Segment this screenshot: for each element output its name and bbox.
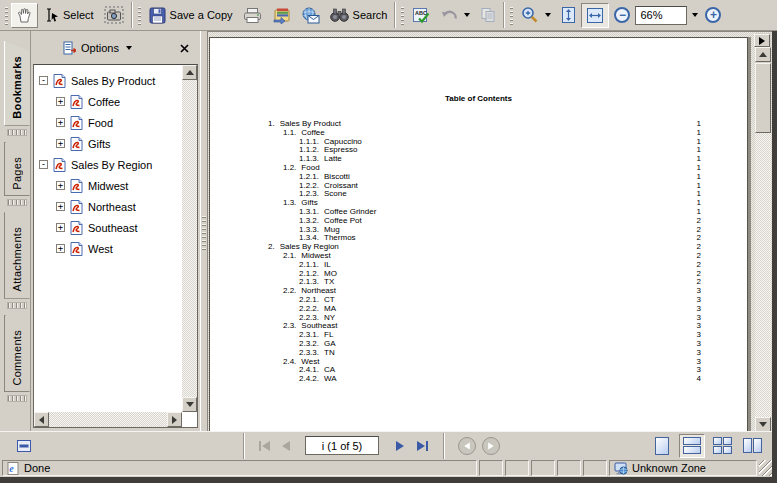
toolbar-grip[interactable]: [510, 5, 513, 25]
bookmark-item[interactable]: + West: [34, 238, 182, 259]
single-page-layout-button[interactable]: [649, 434, 675, 458]
fit-page-button[interactable]: [556, 3, 581, 28]
scroll-left-button[interactable]: [34, 412, 49, 427]
scroll-down-button[interactable]: [755, 417, 771, 432]
toc-entry[interactable]: 1.1.1.Capuccino 1: [210, 138, 747, 147]
zoom-tool-button[interactable]: [516, 3, 556, 28]
email-button[interactable]: [296, 3, 325, 28]
zoom-tool-dropdown-arrow[interactable]: [545, 13, 551, 17]
bookmark-item[interactable]: + Northeast: [34, 196, 182, 217]
toc-entry[interactable]: 2.2.2.MA 3: [210, 305, 747, 314]
spellcheck-button[interactable]: ABC: [407, 3, 435, 28]
options-button[interactable]: Options: [59, 39, 135, 57]
table-of-contents: 1.Sales By Product 1 1.1.Coffee 1 1.1.1.…: [210, 120, 747, 384]
toc-entry[interactable]: 2.4.1.CA 3: [210, 366, 747, 375]
pdf-page[interactable]: Table of Contents 1.Sales By Product 1 1…: [209, 37, 748, 432]
toc-entry[interactable]: 1.2.2.Croissant 1: [210, 182, 747, 191]
tree-vertical-scrollbar[interactable]: [182, 65, 197, 412]
expander-icon[interactable]: +: [56, 97, 65, 106]
tab-grip[interactable]: [7, 129, 27, 136]
bookmark-item[interactable]: - Sales By Region: [34, 154, 182, 175]
toc-entry[interactable]: 2.2.Northeast 3: [210, 287, 747, 296]
zoom-out-button[interactable]: −: [609, 3, 635, 28]
scrollbar-thumb[interactable]: [755, 63, 771, 133]
hand-tool-button[interactable]: [11, 3, 38, 28]
zoom-in-button[interactable]: +: [700, 3, 726, 28]
toc-entry[interactable]: 2.1.Midwest 2: [210, 252, 747, 261]
snapshot-tool-button[interactable]: [99, 3, 129, 28]
expander-icon[interactable]: +: [56, 202, 65, 211]
facing-layout-button[interactable]: [739, 434, 765, 458]
previous-page-button[interactable]: [275, 435, 297, 457]
close-panel-button[interactable]: [176, 40, 192, 56]
tab-grip[interactable]: [7, 199, 27, 206]
expander-icon[interactable]: +: [56, 181, 65, 190]
page-number-field[interactable]: [305, 436, 379, 455]
zoom-level-input[interactable]: [635, 6, 687, 25]
toc-entry[interactable]: 1.2.1.Biscotti 1: [210, 173, 747, 182]
toc-entry[interactable]: 2.3.Southeast 3: [210, 322, 747, 331]
bookmark-item[interactable]: + Midwest: [34, 175, 182, 196]
tab-grip[interactable]: [7, 302, 27, 309]
toc-entry[interactable]: 2.4.2.WA 4: [210, 375, 747, 384]
copy-button[interactable]: [475, 3, 501, 28]
expander-icon[interactable]: -: [39, 160, 48, 169]
toc-entry[interactable]: 1.3.1.Coffee Grinder 1: [210, 208, 747, 217]
panel-splitter[interactable]: [200, 31, 208, 431]
bookmark-item[interactable]: - Sales By Product: [34, 70, 182, 91]
zoom-level-dropdown[interactable]: [687, 6, 700, 25]
bookmark-item[interactable]: + Food: [34, 112, 182, 133]
fit-width-button[interactable]: [581, 3, 609, 28]
toc-entry[interactable]: 2.3.1.FL 3: [210, 331, 747, 340]
toc-entry[interactable]: 1.3.Gifts 1: [210, 199, 747, 208]
scroll-down-button[interactable]: [182, 397, 197, 412]
bookmark-item[interactable]: + Southeast: [34, 217, 182, 238]
sidebar-tab[interactable]: Attachments: [1, 212, 30, 314]
last-page-button[interactable]: [411, 435, 433, 457]
scroll-up-button[interactable]: [755, 47, 771, 62]
scroll-right-button[interactable]: [167, 412, 182, 427]
expander-icon[interactable]: -: [39, 76, 48, 85]
toc-entry[interactable]: 1.1.2.Espresso 1: [210, 146, 747, 155]
expander-icon[interactable]: +: [56, 244, 65, 253]
undo-dropdown-arrow[interactable]: [464, 13, 470, 17]
save-a-copy-button[interactable]: Save a Copy: [144, 3, 238, 28]
select-tool-button[interactable]: Select: [38, 3, 99, 28]
tab-grip[interactable]: [7, 395, 27, 402]
bookmark-item[interactable]: + Coffee: [34, 91, 182, 112]
expander-icon[interactable]: +: [56, 223, 65, 232]
toc-entry[interactable]: 2.1.1.IL 2: [210, 261, 747, 270]
toolbar-grip[interactable]: [401, 5, 404, 25]
toc-entry[interactable]: 2.4.West 3: [210, 358, 747, 367]
print-button[interactable]: [238, 3, 267, 28]
sidebar-tab[interactable]: Bookmarks: [1, 41, 30, 142]
expander-icon[interactable]: +: [56, 139, 65, 148]
continuous-facing-layout-button[interactable]: [709, 434, 735, 458]
search-button[interactable]: Search: [325, 3, 393, 28]
continuous-layout-button[interactable]: [679, 434, 705, 458]
scroll-up-button[interactable]: [182, 65, 197, 80]
toc-entry[interactable]: 1.3.3.Mug 2: [210, 226, 747, 235]
undo-button[interactable]: [435, 3, 475, 28]
previous-view-button[interactable]: [458, 437, 476, 455]
bookmark-item[interactable]: + Gifts: [34, 133, 182, 154]
tree-horizontal-scrollbar[interactable]: [34, 412, 182, 427]
toc-entry[interactable]: 2.2.1.CT 3: [210, 296, 747, 305]
picture-tasks-button[interactable]: [267, 3, 296, 28]
article-next-button[interactable]: [754, 34, 770, 47]
toc-entry[interactable]: 2.1.2.MO 2: [210, 270, 747, 279]
toc-entry[interactable]: 1.1.Coffee 1: [210, 129, 747, 138]
first-page-button[interactable]: [253, 435, 275, 457]
toolbar-grip[interactable]: [138, 5, 141, 25]
sidebar-tab[interactable]: Comments: [1, 315, 30, 409]
next-view-button[interactable]: [482, 437, 500, 455]
sidebar-tab[interactable]: Pages: [1, 142, 30, 213]
expander-icon[interactable]: +: [56, 118, 65, 127]
next-page-button[interactable]: [389, 435, 411, 457]
toc-entry[interactable]: 1.2.Food 1: [210, 164, 747, 173]
toolbar-grip[interactable]: [5, 5, 8, 25]
toc-entry[interactable]: 1.3.2.Coffee Pot 2: [210, 217, 747, 226]
collapse-navpane-button[interactable]: [12, 435, 36, 457]
document-vertical-scrollbar[interactable]: [755, 33, 771, 432]
toc-entry[interactable]: 2.3.2.GA 3: [210, 340, 747, 349]
